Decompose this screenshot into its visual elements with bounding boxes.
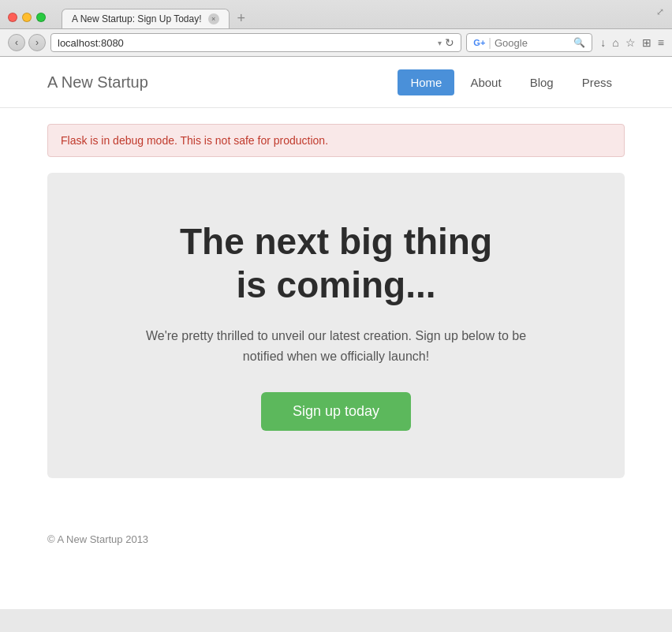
- nav-home[interactable]: Home: [398, 69, 454, 95]
- extensions-icon[interactable]: ⊞: [642, 36, 651, 49]
- main-content: Flask is in debug mode. This is not safe…: [0, 108, 672, 510]
- minimize-button[interactable]: [22, 13, 32, 22]
- nav-links: Home About Blog Press: [398, 69, 625, 95]
- footer: © A New Startup 2013: [0, 510, 672, 569]
- navbar: A New Startup Home About Blog Press: [0, 57, 672, 108]
- search-field[interactable]: G+ | Google 🔍: [466, 33, 592, 52]
- brand-logo: A New Startup: [47, 73, 148, 92]
- debug-alert: Flask is in debug mode. This is not safe…: [47, 124, 625, 157]
- tab-bar: A New Startup: Sign Up Today! × +: [54, 9, 250, 28]
- address-bar: ‹ › localhost:8080 ▾ ↻ G+ | Google 🔍 ↓ ⌂…: [0, 28, 672, 56]
- nav-buttons: ‹ ›: [8, 34, 46, 51]
- browser-bottom-bar: jiaocheng.chazidian.com: [0, 609, 672, 632]
- download-icon[interactable]: ↓: [600, 36, 606, 49]
- nav-press[interactable]: Press: [569, 69, 625, 95]
- nav-about[interactable]: About: [457, 69, 513, 95]
- hero-title-line2: is coming...: [236, 264, 435, 305]
- hero-section: The next big thing is coming... We're pr…: [47, 173, 625, 478]
- url-dropdown-icon[interactable]: ▾: [438, 39, 442, 47]
- footer-text: © A New Startup 2013: [47, 533, 148, 545]
- home-icon[interactable]: ⌂: [612, 36, 618, 49]
- fullscreen-button[interactable]: [36, 13, 46, 22]
- tab-title: A New Startup: Sign Up Today!: [72, 13, 202, 24]
- hero-subtitle: We're pretty thrilled to unveil our late…: [139, 326, 533, 366]
- hero-title: The next big thing is coming...: [79, 220, 593, 307]
- close-button[interactable]: [8, 13, 17, 22]
- hero-title-line1: The next big thing: [180, 221, 492, 262]
- search-brand-icon: G+: [473, 38, 485, 47]
- nav-blog[interactable]: Blog: [517, 69, 566, 95]
- refresh-button[interactable]: ↻: [445, 36, 454, 49]
- signup-button[interactable]: Sign up today: [261, 392, 411, 431]
- bookmark-icon[interactable]: ☆: [625, 36, 636, 49]
- browser-chrome: A New Startup: Sign Up Today! × + ⤢ ‹ › …: [0, 0, 672, 57]
- browser-tab[interactable]: A New Startup: Sign Up Today! ×: [62, 9, 230, 28]
- url-field[interactable]: localhost:8080 ▾ ↻: [50, 33, 461, 52]
- search-separator: |: [488, 36, 491, 49]
- search-icon[interactable]: 🔍: [573, 37, 585, 48]
- menu-icon[interactable]: ≡: [658, 36, 664, 49]
- tab-close-icon[interactable]: ×: [208, 13, 219, 24]
- traffic-lights: [8, 13, 46, 22]
- alert-message: Flask is in debug mode. This is not safe…: [61, 134, 328, 147]
- browser-icons: ↓ ⌂ ☆ ⊞ ≡: [600, 36, 664, 49]
- back-button[interactable]: ‹: [8, 34, 25, 51]
- new-tab-button[interactable]: +: [233, 10, 251, 27]
- search-placeholder: Google: [495, 37, 528, 49]
- url-text: localhost:8080: [58, 37, 435, 49]
- window-controls: ⤢: [656, 6, 664, 17]
- forward-button[interactable]: ›: [28, 34, 46, 51]
- page-wrapper: A New Startup Home About Blog Press Flas…: [0, 57, 672, 609]
- title-bar: A New Startup: Sign Up Today! × + ⤢: [0, 0, 672, 28]
